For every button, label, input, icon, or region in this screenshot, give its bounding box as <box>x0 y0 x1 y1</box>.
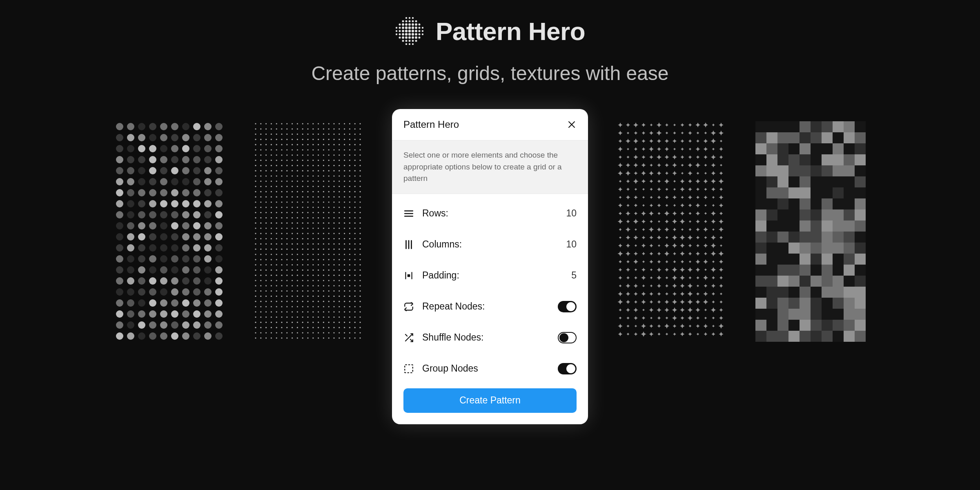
svg-point-947 <box>349 290 350 292</box>
svg-point-923 <box>333 285 334 286</box>
svg-point-854 <box>302 270 303 271</box>
svg-point-182 <box>171 255 178 263</box>
svg-point-59 <box>138 123 145 130</box>
svg-point-767 <box>286 249 287 250</box>
svg-point-1128 <box>307 337 308 339</box>
shuffle-toggle[interactable] <box>558 332 577 343</box>
svg-point-392 <box>302 154 303 156</box>
svg-rect-1153 <box>777 132 788 143</box>
svg-rect-1201 <box>755 187 766 198</box>
svg-point-997 <box>281 306 282 307</box>
svg-point-133 <box>182 200 189 207</box>
svg-point-722 <box>271 238 272 239</box>
svg-point-781 <box>359 249 361 250</box>
svg-point-300 <box>260 134 261 135</box>
svg-point-33 <box>396 33 397 35</box>
svg-point-783 <box>260 254 261 255</box>
svg-point-691 <box>328 227 330 229</box>
svg-point-337 <box>344 139 345 140</box>
svg-point-100 <box>149 167 156 174</box>
svg-rect-1215 <box>800 198 811 209</box>
svg-rect-1218 <box>833 198 844 209</box>
svg-point-217 <box>116 299 123 307</box>
svg-point-1030 <box>344 311 345 312</box>
svg-rect-1223 <box>777 209 788 220</box>
svg-rect-1187 <box>822 165 833 176</box>
svg-point-1099 <box>265 332 267 333</box>
repeat-toggle[interactable] <box>558 301 577 312</box>
svg-point-604 <box>312 207 314 208</box>
svg-point-399 <box>339 154 340 156</box>
svg-point-446 <box>255 170 256 172</box>
svg-point-380 <box>349 149 350 150</box>
svg-point-333 <box>323 139 324 140</box>
svg-point-459 <box>323 170 324 172</box>
svg-point-755 <box>333 243 334 245</box>
group-toggle[interactable] <box>558 363 577 374</box>
svg-point-618 <box>276 212 277 213</box>
svg-point-1083 <box>292 327 293 328</box>
svg-point-389 <box>286 154 287 156</box>
columns-value[interactable]: 10 <box>566 239 577 250</box>
svg-point-82 <box>171 145 178 152</box>
svg-point-31 <box>418 30 420 32</box>
svg-point-496 <box>297 180 298 182</box>
rows-value[interactable]: 10 <box>566 208 577 219</box>
svg-point-1070 <box>333 322 334 323</box>
svg-point-916 <box>297 285 298 286</box>
svg-point-292 <box>328 128 330 129</box>
svg-point-143 <box>182 211 189 218</box>
svg-point-541 <box>312 191 314 192</box>
svg-rect-1168 <box>833 143 844 154</box>
svg-point-22 <box>418 27 420 29</box>
svg-point-495 <box>292 180 293 182</box>
svg-point-319 <box>359 134 361 135</box>
svg-point-374 <box>318 149 319 150</box>
create-pattern-button[interactable]: Create Pattern <box>403 388 577 413</box>
svg-point-761 <box>255 249 256 250</box>
svg-point-403 <box>359 154 361 156</box>
svg-point-5 <box>408 20 410 22</box>
svg-point-597 <box>276 207 277 208</box>
svg-point-45 <box>408 36 411 39</box>
svg-rect-1317 <box>822 309 833 320</box>
svg-rect-1164 <box>788 143 800 154</box>
svg-point-134 <box>193 200 200 207</box>
svg-point-387 <box>276 154 277 156</box>
svg-point-510 <box>260 186 261 187</box>
svg-point-778 <box>344 249 345 250</box>
svg-point-685 <box>297 227 298 229</box>
svg-point-663 <box>292 223 293 224</box>
svg-rect-1205 <box>800 187 811 198</box>
svg-point-534 <box>276 191 277 192</box>
svg-point-516 <box>292 186 293 187</box>
svg-rect-1213 <box>777 198 788 209</box>
svg-point-860 <box>333 270 334 271</box>
svg-point-106 <box>215 167 223 174</box>
svg-rect-1206 <box>811 187 822 198</box>
svg-point-271 <box>328 123 330 124</box>
svg-point-483 <box>339 175 340 176</box>
svg-point-754 <box>328 243 330 245</box>
svg-point-543 <box>323 191 324 192</box>
svg-point-200 <box>149 277 156 285</box>
svg-point-213 <box>182 288 189 296</box>
svg-point-42 <box>399 37 401 39</box>
svg-point-24 <box>396 30 397 32</box>
svg-point-797 <box>333 254 334 255</box>
svg-point-1124 <box>286 337 287 339</box>
svg-point-729 <box>307 238 308 239</box>
svg-point-249 <box>138 332 145 340</box>
close-icon[interactable] <box>567 120 577 129</box>
columns-icon <box>403 239 414 250</box>
svg-point-568 <box>344 196 345 198</box>
svg-point-1033 <box>359 311 361 312</box>
svg-point-353 <box>318 144 319 145</box>
svg-point-401 <box>349 154 350 156</box>
svg-point-303 <box>276 134 277 135</box>
svg-rect-1292 <box>766 287 777 298</box>
padding-value[interactable]: 5 <box>571 270 577 281</box>
svg-point-584 <box>318 201 319 203</box>
svg-point-453 <box>292 170 293 172</box>
svg-point-987 <box>339 301 340 302</box>
